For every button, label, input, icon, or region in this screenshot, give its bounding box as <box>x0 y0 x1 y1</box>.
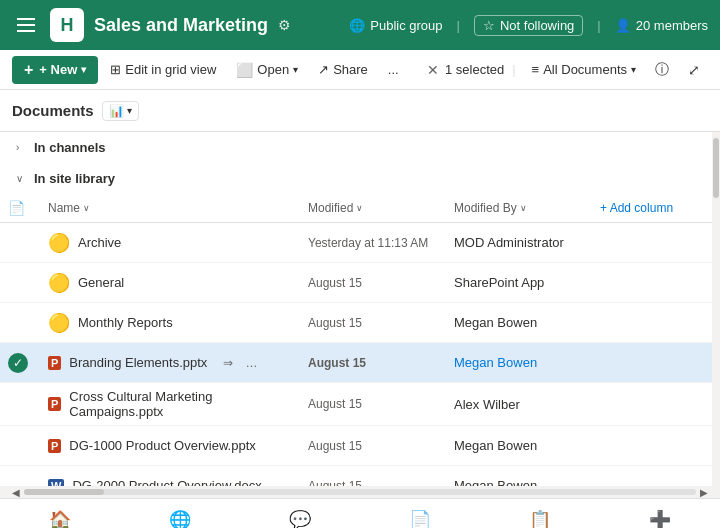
row-modified-cell: August 15 <box>300 391 446 417</box>
file-icon: 📄 <box>8 200 25 216</box>
col-modified[interactable]: Modified ∨ <box>300 200 446 216</box>
scrollbar-thumb <box>713 138 719 198</box>
filter-icon: ≡ <box>532 62 540 77</box>
row-check-cell[interactable] <box>0 277 40 289</box>
divider2: | <box>597 18 600 33</box>
row-name-cell[interactable]: P DG-1000 Product Overview.pptx <box>40 432 300 459</box>
table-header-row: 📄 Name ∨ Modified ∨ Modified By ∨ + Add … <box>0 194 712 223</box>
chevron-right-icon: › <box>16 142 28 153</box>
selection-check: ✓ <box>8 353 28 373</box>
row-check-cell[interactable] <box>0 440 40 452</box>
in-channels-item[interactable]: › In channels <box>0 132 712 163</box>
col-modified-by[interactable]: Modified By ∨ <box>446 200 592 216</box>
row-extra-cell <box>592 357 712 369</box>
nav-add[interactable]: ➕ <box>635 502 685 529</box>
ppt-icon: P <box>48 356 61 370</box>
row-name-cell[interactable]: 🟡 Archive <box>40 226 300 260</box>
row-modified-cell: August 15 <box>300 473 446 487</box>
row-check-cell[interactable] <box>0 317 40 329</box>
row-extra-cell <box>592 440 712 452</box>
nav-chat[interactable]: 💬 <box>275 502 325 529</box>
share-row-icon[interactable]: ⇒ <box>219 354 237 372</box>
nav-files[interactable]: 📄 <box>395 502 445 529</box>
documents-title: Documents <box>12 102 94 119</box>
table-row: P DG-1000 Product Overview.pptx August 1… <box>0 426 712 466</box>
col-name[interactable]: Name ∨ <box>40 200 300 216</box>
more-button[interactable]: ... <box>380 58 407 81</box>
row-modified-by-cell: Megan Bowen <box>446 309 592 336</box>
app-header: H Sales and Marketing ⚙ 🌐 Public group |… <box>0 0 720 50</box>
chevron-down-icon: ∨ <box>16 173 28 184</box>
follow-button[interactable]: ☆ Not following <box>474 15 583 36</box>
expand-button[interactable]: ⤢ <box>680 56 708 84</box>
row-name-cell[interactable]: P Branding Elements.pptx ⇒ … <box>40 348 300 378</box>
folder-icon: 🟡 <box>48 232 70 254</box>
app-logo: H <box>50 8 84 42</box>
row-name-cell[interactable]: 🟡 Monthly Reports <box>40 306 300 340</box>
info-button[interactable]: ⓘ <box>648 56 676 84</box>
toolbar: + + New ▾ ⊞ Edit in grid view ⬜ Open ▾ ↗… <box>0 50 720 90</box>
plus-icon: + <box>24 61 33 79</box>
vertical-scrollbar[interactable] <box>712 132 720 486</box>
add-column-header[interactable]: + Add column <box>592 200 712 216</box>
row-name-cell[interactable]: 🟡 General <box>40 266 300 300</box>
row-modified-cell: August 15 <box>300 433 446 459</box>
row-modified-by-cell: Megan Bowen <box>446 472 592 486</box>
clear-selection-button[interactable]: ✕ <box>427 62 439 78</box>
group-title: Sales and Marketing <box>94 15 268 36</box>
row-check-cell[interactable] <box>0 480 40 487</box>
row-extra-cell <box>592 237 712 249</box>
row-name-cell[interactable]: W DG-2000 Product Overview.docx <box>40 472 300 486</box>
docx-icon: W <box>48 479 64 487</box>
more-row-icon[interactable]: … <box>241 354 261 372</box>
row-modified-cell: August 15 <box>300 350 446 376</box>
row-check-cell[interactable] <box>0 237 40 249</box>
share-icon: ↗ <box>318 62 329 77</box>
nav-web[interactable]: 🌐 <box>155 502 205 529</box>
new-button[interactable]: + + New ▾ <box>12 56 98 84</box>
selection-info: ✕ 1 selected <box>427 62 504 78</box>
documents-header: Documents 📊 ▾ <box>0 90 720 132</box>
hscroll-track <box>24 489 696 495</box>
bottom-navigation: 🏠 🌐 💬 📄 📋 ➕ <box>0 498 720 528</box>
open-icon: ⬜ <box>236 62 253 78</box>
edit-grid-button[interactable]: ⊞ Edit in grid view <box>102 58 224 81</box>
view-chevron-icon: ▾ <box>127 105 132 116</box>
row-check-cell[interactable]: ✓ <box>0 347 40 379</box>
table-row[interactable]: ✓ P Branding Elements.pptx ⇒ … August 15… <box>0 343 712 383</box>
open-button[interactable]: ⬜ Open ▾ <box>228 58 306 82</box>
folder-icon: 🟡 <box>48 272 70 294</box>
table-row: 🟡 Monthly Reports August 15 Megan Bowen <box>0 303 712 343</box>
content-area: › In channels ∨ In site library 📄 Name ∨… <box>0 132 720 486</box>
table-row: 🟡 General August 15 SharePoint App <box>0 263 712 303</box>
folder-icon: 🟡 <box>48 312 70 334</box>
horizontal-scrollbar[interactable]: ◀ ▶ <box>0 486 720 498</box>
share-button[interactable]: ↗ Share <box>310 58 376 81</box>
row-modified-cell: Yesterday at 11:13 AM <box>300 230 446 256</box>
hscroll-thumb <box>24 489 104 495</box>
in-site-library-item[interactable]: ∨ In site library <box>0 163 712 194</box>
nav-tasks[interactable]: 📋 <box>515 502 565 529</box>
sort-icon: ∨ <box>83 203 90 213</box>
members-button[interactable]: 👤 20 members <box>615 18 708 33</box>
row-modified-by-cell: Megan Bowen <box>446 432 592 459</box>
row-actions: ⇒ … <box>219 354 261 372</box>
hamburger-menu[interactable] <box>12 11 40 39</box>
divider: | <box>457 18 460 33</box>
row-name-cell[interactable]: P Cross Cultural Marketing Campaigns.ppt… <box>40 383 300 425</box>
public-group-badge: 🌐 Public group <box>349 18 442 33</box>
row-extra-cell <box>592 480 712 487</box>
row-check-cell[interactable] <box>0 398 40 410</box>
row-extra-cell <box>592 277 712 289</box>
main-content: › In channels ∨ In site library 📄 Name ∨… <box>0 132 712 486</box>
scroll-right-icon[interactable]: ▶ <box>696 487 712 498</box>
globe-icon: 🌐 <box>349 18 365 33</box>
ppt-icon: P <box>48 439 61 453</box>
all-docs-button[interactable]: ≡ All Documents ▾ <box>524 58 644 81</box>
settings-icon[interactable]: ⚙ <box>278 17 291 33</box>
row-modified-cell: August 15 <box>300 310 446 336</box>
row-extra-cell <box>592 317 712 329</box>
scroll-left-icon[interactable]: ◀ <box>8 487 24 498</box>
nav-home[interactable]: 🏠 <box>35 502 85 529</box>
view-switcher[interactable]: 📊 ▾ <box>102 101 139 121</box>
